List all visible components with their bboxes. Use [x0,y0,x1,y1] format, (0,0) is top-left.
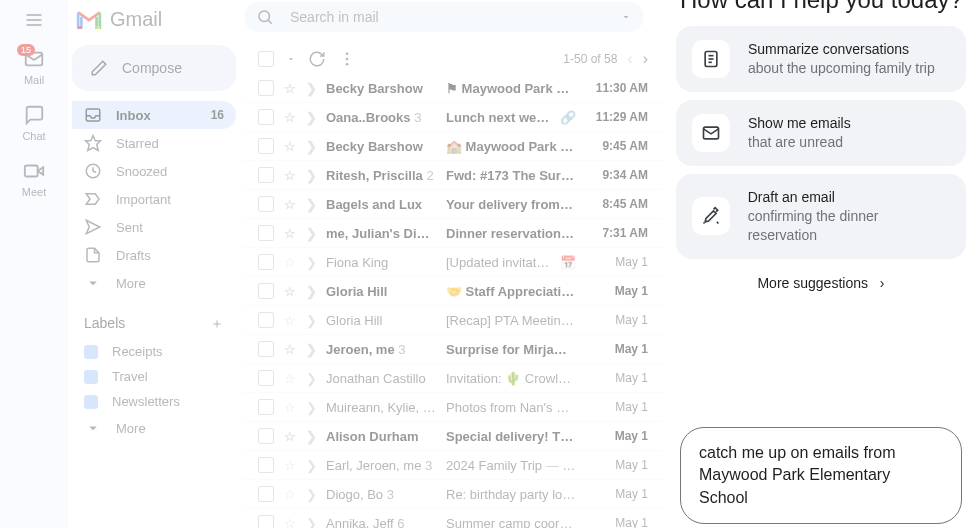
row-checkbox[interactable] [258,225,274,241]
email-row[interactable]: ☆ ❯ Gloria Hill [Recap] PTA Meeting: May… [244,306,662,335]
email-row[interactable]: ☆ ❯ Gloria Hill 🤝 Staff Appreciation Wee… [244,277,662,306]
row-checkbox[interactable] [258,138,274,154]
row-checkbox[interactable] [258,80,274,96]
email-row[interactable]: ☆ ❯ Muireann, Kylie, David Photos from N… [244,393,662,422]
label-item[interactable]: Travel [72,364,236,389]
star-icon[interactable]: ☆ [284,516,296,529]
more-suggestions[interactable]: More suggestions › [672,267,970,297]
star-icon[interactable]: ☆ [284,226,296,241]
nav-item-more[interactable]: More [72,269,236,297]
row-checkbox[interactable] [258,399,274,415]
star-icon[interactable]: ☆ [284,458,296,473]
nav-item-inbox[interactable]: Inbox16 [72,101,236,129]
star-icon[interactable]: ☆ [284,81,296,96]
star-icon[interactable]: ☆ [284,313,296,328]
row-checkbox[interactable] [258,167,274,183]
email-row[interactable]: ☆ ❯ me, Julian's Diner Dinner reservatio… [244,219,662,248]
important-icon[interactable]: ❯ [306,342,316,357]
important-icon[interactable]: ❯ [306,139,316,154]
subject: Invitation: 🌵 Crowley x Gray Play date… [446,371,576,386]
label-item[interactable]: Newsletters [72,389,236,414]
select-all-checkbox[interactable] [258,51,274,67]
important-icon[interactable]: ❯ [306,313,316,328]
nav-item-starred[interactable]: Starred [72,129,236,157]
row-checkbox[interactable] [258,341,274,357]
rail-chat[interactable]: Chat [22,104,45,142]
row-checkbox[interactable] [258,370,274,386]
email-row[interactable]: ☆ ❯ Jeroen, me 3 Surprise for Mirjam's B… [244,335,662,364]
star-icon[interactable]: ☆ [284,168,296,183]
nav-item-snoozed[interactable]: Snoozed [72,157,236,185]
star-icon[interactable]: ☆ [284,139,296,154]
row-checkbox[interactable] [258,254,274,270]
star-icon[interactable]: ☆ [284,197,296,212]
star-icon[interactable]: ☆ [284,487,296,502]
more-icon[interactable] [338,50,356,68]
rail-meet[interactable]: Meet [22,160,46,198]
time: 11:30 AM [586,81,648,95]
assistant-input[interactable]: catch me up on emails from Maywood Park … [680,427,962,524]
suggestion-card[interactable]: Show me emailsthat are unread [676,100,966,166]
star-icon[interactable]: ☆ [284,110,296,125]
nav-item-important[interactable]: Important [72,185,236,213]
star-icon[interactable]: ☆ [284,284,296,299]
email-row[interactable]: ☆ ❯ Becky Barshow ⚑ Maywood Park Element… [244,74,662,103]
row-checkbox[interactable] [258,196,274,212]
row-checkbox[interactable] [258,109,274,125]
important-icon[interactable]: ❯ [306,168,316,183]
suggestion-card[interactable]: Summarize conversationsabout the upcomin… [676,26,966,92]
refresh-icon[interactable] [308,50,326,68]
important-icon[interactable]: ❯ [306,255,316,270]
row-checkbox[interactable] [258,312,274,328]
star-icon[interactable]: ☆ [284,429,296,444]
dropdown-icon[interactable] [620,11,632,23]
next-page-icon[interactable]: › [643,50,648,68]
compose-button[interactable]: Compose [72,45,236,91]
important-icon[interactable]: ❯ [306,371,316,386]
suggestion-card[interactable]: Draft an emailconfirming the dinner rese… [676,174,966,259]
svg-point-13 [346,63,349,66]
important-icon[interactable]: ❯ [306,487,316,502]
email-row[interactable]: ☆ ❯ Fiona King [Updated invitation] Summ… [244,248,662,277]
important-icon[interactable]: ❯ [306,197,316,212]
label-item[interactable]: Receipts [72,339,236,364]
important-icon[interactable]: ❯ [306,284,316,299]
search-bar[interactable] [244,2,644,32]
star-icon[interactable]: ☆ [284,400,296,415]
email-row[interactable]: ☆ ❯ Oana..Brooks 3 Lunch next week? — Th… [244,103,662,132]
row-checkbox[interactable] [258,486,274,502]
email-row[interactable]: ☆ ❯ Bagels and Lux Your delivery from Ba… [244,190,662,219]
prev-page-icon[interactable]: ‹ [627,50,632,68]
menu-icon[interactable] [24,10,44,30]
row-checkbox[interactable] [258,283,274,299]
email-row[interactable]: ☆ ❯ Jonathan Castillo Invitation: 🌵 Crow… [244,364,662,393]
important-icon[interactable]: ❯ [306,81,316,96]
email-row[interactable]: ☆ ❯ Diogo, Bo 3 Re: birthday party logis… [244,480,662,509]
row-checkbox[interactable] [258,515,274,528]
search-input[interactable] [290,9,604,25]
important-icon[interactable]: ❯ [306,429,316,444]
email-row[interactable]: ☆ ❯ Ritesh, Priscilla 2 Fwd: #173 The Su… [244,161,662,190]
important-icon[interactable]: ❯ [306,110,316,125]
email-row[interactable]: ☆ ❯ Becky Barshow 🏫 Maywood Park Element… [244,132,662,161]
nav-item-drafts[interactable]: Drafts [72,241,236,269]
rail-mail[interactable]: 15 Mail [23,48,45,86]
chevron-down-icon[interactable] [286,54,296,64]
email-row[interactable]: ☆ ❯ Annika, Jeff 6 Summer camp coordinat… [244,509,662,528]
important-icon[interactable]: ❯ [306,400,316,415]
nav-item-sent[interactable]: Sent [72,213,236,241]
app-rail: 15 Mail Chat Meet [0,0,68,528]
star-icon[interactable]: ☆ [284,371,296,386]
email-row[interactable]: ☆ ❯ Earl, Jeroen, me 3 2024 Family Trip … [244,451,662,480]
important-icon[interactable]: ❯ [306,516,316,529]
email-row[interactable]: ☆ ❯ Alison Durham Special delivery! This… [244,422,662,451]
sender: Ritesh, Priscilla 2 [326,168,436,183]
important-icon[interactable]: ❯ [306,226,316,241]
star-icon[interactable]: ☆ [284,255,296,270]
row-checkbox[interactable] [258,457,274,473]
star-icon[interactable]: ☆ [284,342,296,357]
important-icon[interactable]: ❯ [306,458,316,473]
add-label-icon[interactable]: ＋ [210,315,224,333]
row-checkbox[interactable] [258,428,274,444]
label-item[interactable]: More [72,414,236,442]
